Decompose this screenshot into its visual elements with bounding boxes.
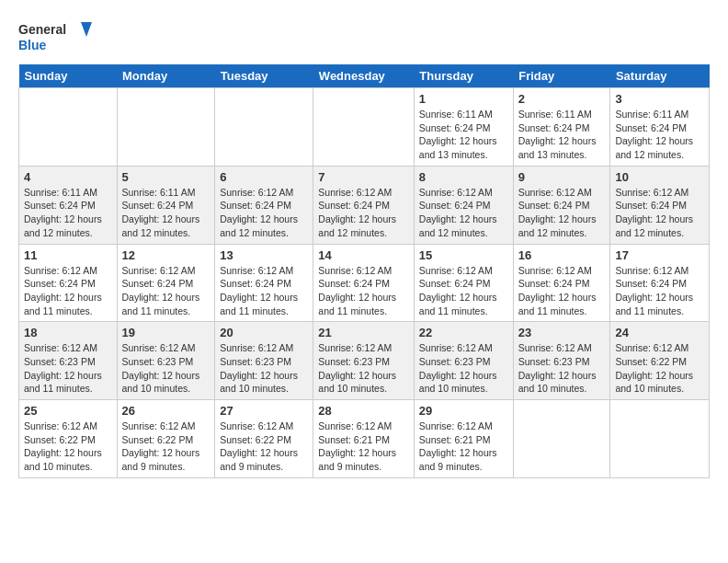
cell-2-0: 11Sunrise: 6:12 AM Sunset: 6:24 PM Dayli… <box>19 244 118 322</box>
calendar-body: 1Sunrise: 6:11 AM Sunset: 6:24 PM Daylig… <box>19 88 710 478</box>
header-thursday: Thursday <box>414 64 513 88</box>
day-info: Sunrise: 6:12 AM Sunset: 6:24 PM Dayligh… <box>518 186 606 240</box>
cell-0-6: 3Sunrise: 6:11 AM Sunset: 6:24 PM Daylig… <box>610 88 710 167</box>
day-info: Sunrise: 6:12 AM Sunset: 6:24 PM Dayligh… <box>220 186 308 240</box>
day-number: 29 <box>419 404 508 418</box>
day-info: Sunrise: 6:12 AM Sunset: 6:22 PM Dayligh… <box>122 419 210 474</box>
cell-2-6: 17Sunrise: 6:12 AM Sunset: 6:24 PM Dayli… <box>610 244 710 322</box>
day-number: 16 <box>518 248 606 262</box>
cell-4-6 <box>610 400 710 478</box>
header-saturday: Saturday <box>610 64 710 88</box>
cell-1-1: 5Sunrise: 6:11 AM Sunset: 6:24 PM Daylig… <box>117 166 215 244</box>
cell-2-2: 13Sunrise: 6:12 AM Sunset: 6:24 PM Dayli… <box>215 244 313 322</box>
day-info: Sunrise: 6:12 AM Sunset: 6:24 PM Dayligh… <box>318 264 409 318</box>
page-header: General Blue <box>18 18 710 55</box>
day-info: Sunrise: 6:12 AM Sunset: 6:24 PM Dayligh… <box>518 264 606 318</box>
day-number: 25 <box>24 404 112 418</box>
day-number: 19 <box>122 326 210 339</box>
cell-1-2: 6Sunrise: 6:12 AM Sunset: 6:24 PM Daylig… <box>215 166 313 244</box>
cell-2-1: 12Sunrise: 6:12 AM Sunset: 6:24 PM Dayli… <box>117 244 215 322</box>
cell-1-3: 7Sunrise: 6:12 AM Sunset: 6:24 PM Daylig… <box>313 166 415 244</box>
day-info: Sunrise: 6:11 AM Sunset: 6:24 PM Dayligh… <box>24 186 112 240</box>
calendar-header-row: SundayMondayTuesdayWednesdayThursdayFrid… <box>19 64 710 88</box>
day-info: Sunrise: 6:12 AM Sunset: 6:24 PM Dayligh… <box>122 264 210 318</box>
day-number: 20 <box>220 326 308 339</box>
day-info: Sunrise: 6:12 AM Sunset: 6:24 PM Dayligh… <box>615 264 704 318</box>
day-info: Sunrise: 6:12 AM Sunset: 6:21 PM Dayligh… <box>318 419 409 474</box>
day-info: Sunrise: 6:12 AM Sunset: 6:22 PM Dayligh… <box>24 419 112 474</box>
day-number: 21 <box>318 326 409 339</box>
day-info: Sunrise: 6:12 AM Sunset: 6:24 PM Dayligh… <box>419 264 508 318</box>
cell-3-5: 23Sunrise: 6:12 AM Sunset: 6:23 PM Dayli… <box>513 322 610 400</box>
cell-0-0 <box>19 88 118 167</box>
day-number: 24 <box>615 326 704 339</box>
day-number: 1 <box>419 92 508 106</box>
day-number: 5 <box>122 170 210 184</box>
cell-3-0: 18Sunrise: 6:12 AM Sunset: 6:23 PM Dayli… <box>19 322 118 400</box>
cell-1-6: 10Sunrise: 6:12 AM Sunset: 6:24 PM Dayli… <box>610 166 710 244</box>
day-info: Sunrise: 6:12 AM Sunset: 6:24 PM Dayligh… <box>419 186 508 240</box>
day-info: Sunrise: 6:12 AM Sunset: 6:22 PM Dayligh… <box>615 341 704 396</box>
header-wednesday: Wednesday <box>313 64 415 88</box>
day-info: Sunrise: 6:12 AM Sunset: 6:23 PM Dayligh… <box>419 341 508 396</box>
cell-4-3: 28Sunrise: 6:12 AM Sunset: 6:21 PM Dayli… <box>313 400 415 478</box>
day-number: 26 <box>122 404 210 418</box>
cell-3-3: 21Sunrise: 6:12 AM Sunset: 6:23 PM Dayli… <box>313 322 415 400</box>
cell-0-1 <box>117 88 215 167</box>
cell-4-0: 25Sunrise: 6:12 AM Sunset: 6:22 PM Dayli… <box>19 400 118 478</box>
cell-3-4: 22Sunrise: 6:12 AM Sunset: 6:23 PM Dayli… <box>414 322 513 400</box>
day-number: 12 <box>122 248 210 262</box>
svg-marker-2 <box>81 22 92 37</box>
logo: General Blue <box>18 18 92 55</box>
cell-0-4: 1Sunrise: 6:11 AM Sunset: 6:24 PM Daylig… <box>414 88 513 167</box>
cell-2-5: 16Sunrise: 6:12 AM Sunset: 6:24 PM Dayli… <box>513 244 610 322</box>
day-info: Sunrise: 6:12 AM Sunset: 6:24 PM Dayligh… <box>318 186 409 240</box>
day-info: Sunrise: 6:12 AM Sunset: 6:23 PM Dayligh… <box>24 341 112 396</box>
day-number: 8 <box>419 170 508 184</box>
cell-4-4: 29Sunrise: 6:12 AM Sunset: 6:21 PM Dayli… <box>414 400 513 478</box>
cell-4-1: 26Sunrise: 6:12 AM Sunset: 6:22 PM Dayli… <box>117 400 215 478</box>
day-number: 13 <box>220 248 308 262</box>
day-number: 2 <box>518 92 606 106</box>
week-row-1: 1Sunrise: 6:11 AM Sunset: 6:24 PM Daylig… <box>19 88 710 167</box>
day-info: Sunrise: 6:11 AM Sunset: 6:24 PM Dayligh… <box>419 108 508 162</box>
logo-svg: General Blue <box>18 18 92 55</box>
day-info: Sunrise: 6:12 AM Sunset: 6:23 PM Dayligh… <box>518 341 606 396</box>
day-number: 9 <box>518 170 606 184</box>
day-number: 4 <box>24 170 112 184</box>
cell-4-2: 27Sunrise: 6:12 AM Sunset: 6:22 PM Dayli… <box>215 400 313 478</box>
day-info: Sunrise: 6:11 AM Sunset: 6:24 PM Dayligh… <box>615 108 704 162</box>
day-info: Sunrise: 6:12 AM Sunset: 6:24 PM Dayligh… <box>24 264 112 318</box>
day-number: 11 <box>24 248 112 262</box>
cell-0-2 <box>215 88 313 167</box>
day-info: Sunrise: 6:11 AM Sunset: 6:24 PM Dayligh… <box>122 186 210 240</box>
day-info: Sunrise: 6:12 AM Sunset: 6:22 PM Dayligh… <box>220 419 308 474</box>
day-number: 23 <box>518 326 606 339</box>
day-number: 6 <box>220 170 308 184</box>
day-number: 15 <box>419 248 508 262</box>
cell-0-5: 2Sunrise: 6:11 AM Sunset: 6:24 PM Daylig… <box>513 88 610 167</box>
cell-3-6: 24Sunrise: 6:12 AM Sunset: 6:22 PM Dayli… <box>610 322 710 400</box>
week-row-5: 25Sunrise: 6:12 AM Sunset: 6:22 PM Dayli… <box>19 400 710 478</box>
calendar-table: SundayMondayTuesdayWednesdayThursdayFrid… <box>18 64 710 478</box>
day-number: 22 <box>419 326 508 339</box>
header-monday: Monday <box>117 64 215 88</box>
day-number: 14 <box>318 248 409 262</box>
day-info: Sunrise: 6:11 AM Sunset: 6:24 PM Dayligh… <box>518 108 606 162</box>
header-tuesday: Tuesday <box>215 64 313 88</box>
cell-2-3: 14Sunrise: 6:12 AM Sunset: 6:24 PM Dayli… <box>313 244 415 322</box>
cell-0-3 <box>313 88 415 167</box>
cell-1-5: 9Sunrise: 6:12 AM Sunset: 6:24 PM Daylig… <box>513 166 610 244</box>
cell-4-5 <box>513 400 610 478</box>
day-number: 28 <box>318 404 409 418</box>
week-row-3: 11Sunrise: 6:12 AM Sunset: 6:24 PM Dayli… <box>19 244 710 322</box>
cell-1-4: 8Sunrise: 6:12 AM Sunset: 6:24 PM Daylig… <box>414 166 513 244</box>
day-info: Sunrise: 6:12 AM Sunset: 6:23 PM Dayligh… <box>122 341 210 396</box>
day-number: 27 <box>220 404 308 418</box>
header-sunday: Sunday <box>19 64 118 88</box>
day-info: Sunrise: 6:12 AM Sunset: 6:23 PM Dayligh… <box>318 341 409 396</box>
week-row-2: 4Sunrise: 6:11 AM Sunset: 6:24 PM Daylig… <box>19 166 710 244</box>
day-number: 7 <box>318 170 409 184</box>
week-row-4: 18Sunrise: 6:12 AM Sunset: 6:23 PM Dayli… <box>19 322 710 400</box>
header-friday: Friday <box>513 64 610 88</box>
